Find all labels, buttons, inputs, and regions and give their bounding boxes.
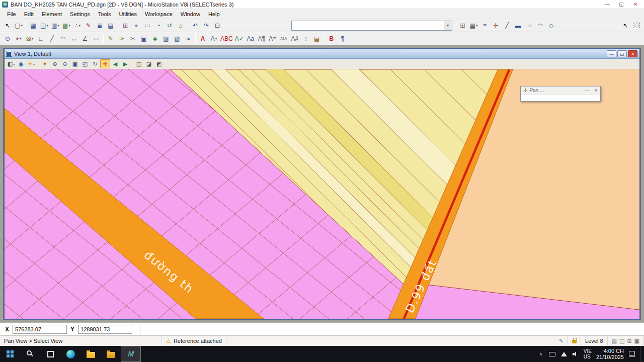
saved-views-dropdown-icon[interactable]: ▾ (46, 24, 48, 28)
drop-element-button[interactable]: ✂ (127, 33, 138, 44)
create-group-button[interactable]: ▣ (138, 33, 149, 44)
pan-view-button[interactable]: ✛ (100, 59, 110, 68)
markups-button[interactable]: ✎ (83, 20, 94, 31)
word-processor-button[interactable]: ¶ (337, 33, 348, 44)
select-pointer-button[interactable]: ↖ (620, 20, 631, 31)
snaps-dropdown-icon[interactable]: ▾ (20, 37, 22, 41)
adjust-view-brightness-dropdown-icon[interactable]: ▾ (33, 62, 35, 66)
data-fields-button[interactable]: A# (289, 33, 300, 44)
element-selection-button[interactable]: ↖ (2, 20, 13, 31)
menu-settings[interactable]: Settings (66, 10, 94, 18)
construct-arc-button[interactable]: ◠ (57, 33, 68, 44)
volume-tray-icon[interactable] (573, 351, 578, 357)
documents-folder-icon[interactable] (101, 346, 121, 362)
menu-element[interactable]: Element (38, 10, 66, 18)
project-explorer-button[interactable]: ⌂ (175, 20, 186, 31)
pattern-area-button[interactable]: ▨ (160, 33, 172, 44)
tags-button[interactable]: A1A (278, 33, 289, 44)
dgn-history-button[interactable]: ↺ (164, 20, 175, 31)
level-display-button[interactable]: ▤ (105, 20, 116, 31)
reference-status-section[interactable]: ⚠ Reference attached (162, 336, 226, 346)
keyin-caret-icon[interactable]: ▾ (444, 21, 452, 30)
clip-volume-button[interactable]: ◪ (144, 59, 154, 68)
file-explorer-icon[interactable] (80, 346, 101, 362)
place-circle-button[interactable]: ○ (524, 20, 535, 31)
selection-set-button[interactable]: ▢ (631, 20, 642, 31)
place-note-dropdown-icon[interactable]: ▾ (215, 37, 217, 41)
change-case-button[interactable]: Aa (245, 33, 256, 44)
raster-manager-dropdown-icon[interactable]: ▾ (68, 24, 70, 28)
hatch-area-button[interactable]: ▧ (172, 33, 183, 44)
measure-angle-button[interactable]: ∠ (79, 33, 91, 44)
minimize-button[interactable]: — (604, 2, 611, 7)
locks-button[interactable]: ⊠▾ (24, 33, 35, 44)
task-view-icon[interactable] (40, 346, 60, 362)
match-attributes-button[interactable]: ✑ (116, 33, 127, 44)
view-next-button[interactable]: ▶ (120, 59, 130, 68)
pan-window-title-bar[interactable]: ✛ Pan ... — ✕ (521, 86, 600, 95)
measure-distance-button[interactable]: ↔ (68, 33, 79, 44)
edge-browser-icon[interactable] (60, 346, 80, 362)
measure-area-button[interactable]: ▱ (91, 33, 102, 44)
level-manager-button[interactable]: ≣ (94, 20, 105, 31)
menu-utilities[interactable]: Utilities (115, 10, 141, 18)
fit-view-button[interactable]: ◰ (80, 59, 90, 68)
match-text-attributes-button[interactable]: A≡ (267, 33, 278, 44)
text-fields-button[interactable]: ▤ (311, 33, 323, 44)
key-in-window-button[interactable]: ▭ (142, 20, 153, 31)
window-area-button[interactable]: ▣ (70, 59, 80, 68)
snaps-button[interactable]: ⌖▾ (13, 33, 24, 44)
task-indicator-icon[interactable]: ▣ (634, 338, 639, 344)
microstation-icon[interactable]: M (121, 346, 141, 362)
pan-tool-window[interactable]: ✛ Pan ... — ✕ (520, 86, 601, 102)
keyboard-indicator-icon[interactable]: ⊞ (627, 338, 631, 344)
view-close-button[interactable]: ✕ (628, 50, 637, 57)
x-coordinate-input[interactable] (13, 325, 67, 334)
raster-manager-button[interactable]: ▩▾ (61, 20, 72, 31)
keyin-combobox[interactable]: ▾ (291, 21, 452, 31)
network-tray-icon[interactable] (561, 352, 567, 356)
search-icon[interactable] (20, 346, 40, 362)
display-text-attributes-button[interactable]: A¶ (256, 33, 267, 44)
clip-mask-button[interactable]: ◩ (154, 59, 164, 68)
tool-boxes-button[interactable]: ▦▾ (468, 20, 479, 31)
keyin-input[interactable] (292, 21, 444, 30)
active-dialog-icon[interactable]: ◫ (619, 338, 624, 344)
menu-help[interactable]: Help (204, 10, 224, 18)
view-maximize-button[interactable]: ◱ (617, 50, 627, 57)
bold-text-button[interactable]: B (326, 33, 337, 44)
maximize-button[interactable]: ◱ (618, 2, 625, 7)
analysis-button[interactable]: ◔ (153, 20, 164, 31)
menu-workspace[interactable]: Workspace (141, 10, 177, 18)
place-line-button[interactable]: ╱ (502, 20, 513, 31)
y-coordinate-input[interactable] (78, 325, 132, 334)
main-tools-button[interactable]: ✛ (491, 20, 502, 31)
ortho-mode-button[interactable]: ∟ (35, 33, 46, 44)
accudraw-button[interactable]: ⌖ (131, 20, 142, 31)
view-title-bar[interactable]: View 1, Default — ◱ ✕ (5, 49, 639, 59)
menu-tools[interactable]: Tools (94, 10, 115, 18)
view-attributes-button[interactable]: ◉ (16, 59, 26, 68)
hidden-icons-chevron[interactable]: ∧ (537, 351, 544, 356)
place-text-button[interactable]: A (197, 33, 208, 44)
locks-dropdown-icon[interactable]: ▾ (32, 37, 34, 41)
dimension-text-button[interactable]: ↕ (300, 33, 311, 44)
action-center-icon[interactable] (629, 351, 635, 357)
show-desktop-button[interactable] (640, 346, 642, 362)
view-tools-button[interactable]: ◧▾ (6, 59, 16, 68)
point-clouds-button[interactable]: ∴▾ (72, 20, 83, 31)
view-previous-button[interactable]: ◀ (110, 59, 120, 68)
models-button[interactable]: ▦ (28, 20, 39, 31)
lock-section[interactable] (568, 336, 581, 346)
tasks-button[interactable]: ≡ (479, 20, 491, 31)
zoom-out-button[interactable]: ⊖ (60, 59, 70, 68)
zoom-in-button[interactable]: ⊕ (50, 59, 60, 68)
fence-tools-button[interactable]: ▢▾ (13, 20, 24, 31)
cells-button[interactable]: ⊞ (120, 20, 131, 31)
construct-line-button[interactable]: ╱ (46, 33, 57, 44)
point-clouds-dropdown-icon[interactable]: ▾ (79, 24, 81, 28)
saved-views-button[interactable]: ◫▾ (39, 20, 50, 31)
copy-view-button[interactable]: ◫ (134, 59, 144, 68)
view-tools-dropdown-icon[interactable]: ▾ (13, 62, 15, 66)
close-button[interactable]: ✕ (632, 2, 639, 7)
